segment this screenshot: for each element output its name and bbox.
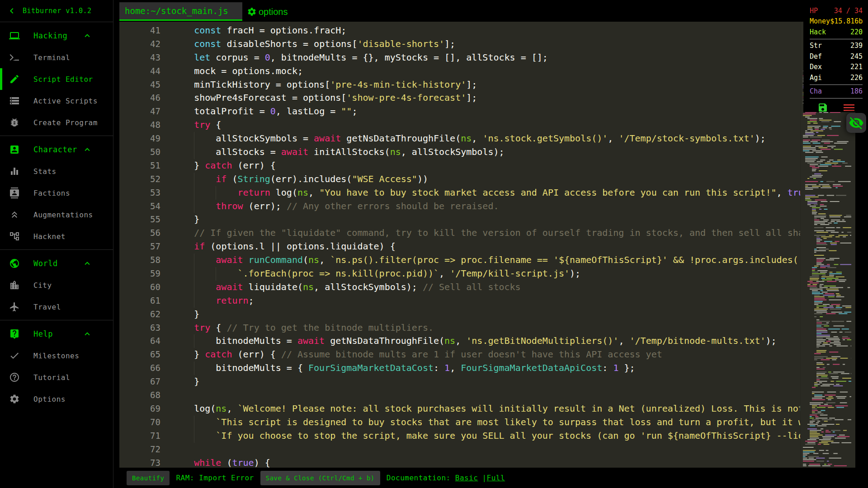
- sidebar-item-label: Create Program: [33, 118, 98, 127]
- stat-divider: [810, 98, 863, 99]
- collapse-sidebar-button[interactable]: [6, 5, 17, 16]
- line-number: 41: [119, 24, 160, 38]
- line-number: 65: [119, 348, 160, 361]
- sidebar-divider: [0, 249, 113, 250]
- code-line[interactable]: while (true) {: [172, 456, 800, 468]
- stat-label: Hack: [810, 28, 826, 36]
- code-line[interactable]: }: [172, 308, 800, 321]
- code-line[interactable]: await liquidate(ns, allStockSymbols); //…: [172, 281, 800, 294]
- line-number: 56: [119, 226, 160, 240]
- sidebar-item-travel[interactable]: Travel: [0, 296, 113, 318]
- stat-divider: [810, 84, 863, 85]
- line-number: 57: [119, 240, 160, 253]
- code-line[interactable]: showPre4sForecast = options['show-pre-4s…: [172, 91, 800, 105]
- code-line[interactable]: let corpus = 0, bitnodeMults = {}, mySto…: [172, 51, 800, 65]
- code-line[interactable]: if (String(err).includes("WSE Access")): [172, 173, 800, 186]
- code-line[interactable]: `This script is designed to buy stocks t…: [172, 416, 800, 429]
- sidebar-item-label: Factions: [33, 189, 70, 197]
- code-line[interactable]: mock = options.mock;: [172, 65, 800, 78]
- line-number: 66: [119, 361, 160, 375]
- documentation-basic-link[interactable]: Basic: [455, 474, 478, 482]
- code-line[interactable]: }: [172, 213, 800, 226]
- code-line[interactable]: allStocks = await initAllStocks(ns, allS…: [172, 145, 800, 159]
- kill-scripts-button[interactable]: [843, 103, 855, 112]
- code-line[interactable]: [172, 443, 800, 456]
- save-close-button[interactable]: Save & Close (Ctrl/Cmd + b): [260, 471, 380, 485]
- code-line[interactable]: return log(ns, "You have to buy stock ma…: [172, 186, 800, 200]
- stat-row-agi: Agi226: [810, 72, 863, 83]
- code-line[interactable]: [172, 389, 800, 402]
- sidebar-item-hacknet[interactable]: Hacknet: [0, 225, 113, 247]
- sidebar-item-active-scripts[interactable]: Active Scripts: [0, 90, 113, 112]
- stat-label: Dex: [810, 63, 822, 71]
- code-line[interactable]: }: [172, 375, 800, 389]
- line-number: 45: [119, 78, 160, 92]
- indent-guide: [194, 173, 194, 186]
- stat-value: 34 / 34: [834, 7, 863, 15]
- indent-guide: [194, 132, 194, 145]
- line-number: 46: [119, 91, 160, 105]
- sidebar-section-label: Help: [33, 329, 53, 338]
- line-number: 61: [119, 294, 160, 308]
- stat-label: Money: [810, 17, 830, 25]
- sidebar-section-character[interactable]: Character: [0, 139, 113, 160]
- beautify-button[interactable]: Beautify: [127, 471, 170, 485]
- sidebar-item-label: Milestones: [33, 352, 79, 360]
- bug-icon: [9, 117, 20, 128]
- code-line[interactable]: allStockSymbols = await getNsDataThrough…: [172, 132, 800, 145]
- sidebar-item-label: City: [33, 281, 52, 290]
- code-line[interactable]: // If given the "liquidate" command, try…: [172, 226, 800, 240]
- code-line[interactable]: try {: [172, 118, 800, 132]
- stat-row-dex: Dex221: [810, 62, 863, 73]
- open-file-tab[interactable]: home:~/stock_main.js: [119, 2, 242, 21]
- sidebar-section-hacking[interactable]: Hacking: [0, 25, 113, 47]
- code-line[interactable]: if (options.l || options.liquidate) {: [172, 240, 800, 253]
- sidebar-item-create-program[interactable]: Create Program: [0, 112, 113, 133]
- code-line[interactable]: const disableShorts = options['disable-s…: [172, 38, 800, 51]
- sidebar-item-milestones[interactable]: Milestones: [0, 345, 113, 366]
- code-area[interactable]: const fracH = options.fracH; const disab…: [172, 24, 800, 468]
- sidebar-item-terminal[interactable]: Terminal: [0, 47, 113, 68]
- code-line[interactable]: const fracH = options.fracH;: [172, 24, 800, 38]
- line-number: 44: [119, 65, 160, 78]
- account-tree-icon: [9, 231, 20, 242]
- code-line[interactable]: `If you choose to stop the script, make …: [172, 429, 800, 443]
- stat-value: 220: [850, 28, 863, 36]
- line-number: 53: [119, 186, 160, 200]
- terminal-icon: [9, 52, 20, 63]
- sidebar-item-label: Travel: [33, 303, 61, 311]
- code-line[interactable]: return;: [172, 294, 800, 308]
- sidebar-item-label: Hacknet: [33, 232, 66, 241]
- code-line[interactable]: bitnodeMults = await getNsDataThroughFil…: [172, 334, 800, 348]
- code-line[interactable]: } catch (err) {: [172, 159, 800, 173]
- stat-label: Str: [810, 42, 822, 50]
- save-game-button[interactable]: [817, 102, 828, 113]
- editor-options-label: options: [259, 7, 288, 17]
- code-line[interactable]: } catch (err) { // Assume bitnode mults …: [172, 348, 800, 361]
- code-line[interactable]: minTickHistory = options['pre-4s-min-tic…: [172, 78, 800, 92]
- overview-visibility-toggle[interactable]: [846, 113, 866, 133]
- sidebar-item-stats[interactable]: Stats: [0, 160, 113, 182]
- code-line[interactable]: log(ns, `Welcome! Please note: all stock…: [172, 402, 800, 416]
- editor-options-button[interactable]: options: [247, 4, 288, 20]
- code-line[interactable]: totalProfit = 0, lastLog = "";: [172, 105, 800, 118]
- gear-icon: [247, 7, 257, 17]
- code-line[interactable]: throw (err); // Any other errors should …: [172, 200, 800, 213]
- documentation-full-link[interactable]: Full: [487, 474, 505, 482]
- sidebar-section-help[interactable]: Help: [0, 323, 113, 345]
- sidebar-section-world[interactable]: World: [0, 253, 113, 274]
- line-number: 63: [119, 321, 160, 335]
- line-number: 67: [119, 375, 160, 389]
- sidebar-item-factions[interactable]: Factions: [0, 182, 113, 204]
- sidebar-item-script-editor[interactable]: Script Editor: [0, 68, 113, 90]
- documentation-links: Documentation: Basic|Full: [387, 474, 505, 482]
- code-line[interactable]: `.forEach(proc => ns.kill(proc.pid))`, '…: [172, 267, 800, 281]
- sidebar-item-augmentations[interactable]: Augmentations: [0, 204, 113, 225]
- code-line[interactable]: bitnodeMults = { FourSigmaMarketDataCost…: [172, 361, 800, 375]
- sidebar-item-tutorial[interactable]: Tutorial: [0, 366, 113, 388]
- stat-value: 245: [850, 52, 863, 61]
- sidebar-item-options[interactable]: Options: [0, 388, 113, 410]
- code-line[interactable]: await runCommand(ns, `ns.ps().filter(pro…: [172, 253, 800, 267]
- sidebar-item-city[interactable]: City: [0, 274, 113, 296]
- code-line[interactable]: try { // Try to get the bitnode multipli…: [172, 321, 800, 335]
